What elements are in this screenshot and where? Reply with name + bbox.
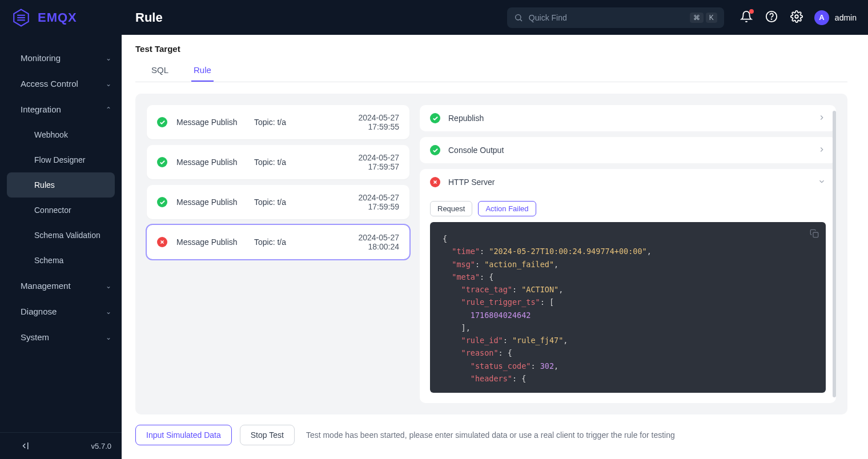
sidebar-item-label: Schema Validation <box>34 231 101 240</box>
kbd-k: K <box>706 13 717 23</box>
check-circle-icon <box>157 117 167 127</box>
sidebar-item-schema-validation[interactable]: Schema Validation <box>0 223 122 248</box>
input-simulated-data-button[interactable]: Input Simulated Data <box>135 425 232 445</box>
collapse-sidebar-icon[interactable] <box>21 441 31 451</box>
sidebar-item-management[interactable]: Management⌄ <box>0 273 122 299</box>
event-topic: Topic: t/a <box>254 198 317 207</box>
tab-sql[interactable]: SQL <box>149 59 171 82</box>
action-row-console-output[interactable]: Console Output <box>420 137 836 163</box>
user-menu[interactable]: A admin <box>814 10 857 25</box>
check-circle-icon <box>430 145 440 155</box>
search-input[interactable] <box>529 13 684 22</box>
detail-tab-request[interactable]: Request <box>430 201 472 216</box>
sidebar-item-label: Management <box>21 281 71 291</box>
chevron-down-icon: ⌄ <box>106 54 111 62</box>
events-panel: Message PublishTopic: t/a2024-05-27 17:5… <box>147 105 409 403</box>
scrollbar[interactable] <box>833 111 836 397</box>
sidebar-item-label: Rules <box>34 180 55 190</box>
chevron-right-icon <box>818 146 826 155</box>
event-row[interactable]: Message PublishTopic: t/a2024-05-27 18:0… <box>147 225 409 259</box>
kbd-cmd: ⌘ <box>690 13 704 23</box>
sidebar-item-schema[interactable]: Schema <box>0 248 122 273</box>
sidebar-item-label: Schema <box>34 256 63 265</box>
sidebar-item-label: Flow Designer <box>34 155 85 164</box>
stop-test-button[interactable]: Stop Test <box>240 425 295 445</box>
actions-panel: RepublishConsole OutputHTTP ServerReques… <box>420 105 836 403</box>
sidebar-item-webhook[interactable]: Webhook <box>0 122 122 147</box>
version-label: v5.7.0 <box>91 442 111 450</box>
event-topic: Topic: t/a <box>254 158 317 167</box>
sidebar-item-system[interactable]: System⌄ <box>0 324 122 350</box>
event-time: 2024-05-27 17:59:57 <box>326 153 399 171</box>
event-topic: Topic: t/a <box>254 118 317 127</box>
search-shortcut: ⌘ K <box>690 13 717 23</box>
svg-line-5 <box>520 19 522 21</box>
section-title: Test Target <box>135 42 847 59</box>
sidebar-item-connector[interactable]: Connector <box>0 198 122 223</box>
svg-rect-14 <box>813 232 818 237</box>
sidebar-item-label: Connector <box>34 206 71 215</box>
brand-logo-icon <box>11 8 31 27</box>
footer-bar: Input Simulated Data Stop Test Test mode… <box>135 414 847 445</box>
chevron-down-icon: ⌄ <box>106 308 111 316</box>
sidebar-item-label: Webhook <box>34 130 68 139</box>
event-time: 2024-05-27 18:00:24 <box>326 233 399 251</box>
svg-point-7 <box>771 19 771 19</box>
sidebar-item-rules[interactable]: Rules <box>7 172 115 198</box>
notifications-icon[interactable] <box>740 10 753 25</box>
sidebar-item-label: Access Control <box>21 79 78 88</box>
sidebar-item-diagnose[interactable]: Diagnose⌄ <box>0 299 122 324</box>
sidebar-item-integration[interactable]: Integration⌃ <box>0 96 122 122</box>
chevron-down-icon: ⌄ <box>106 333 111 341</box>
header: EMQX Rule ⌘ K A admin <box>0 0 868 35</box>
x-circle-icon <box>157 237 167 247</box>
sidebar-footer: v5.7.0 <box>0 432 122 459</box>
username: admin <box>835 13 857 22</box>
logo-area[interactable]: EMQX <box>11 8 122 27</box>
sidebar-item-label: System <box>21 332 49 342</box>
sidebar-item-access-control[interactable]: Access Control⌄ <box>0 71 122 96</box>
chevron-up-icon: ⌃ <box>106 106 111 114</box>
code-block[interactable]: { "time": "2024-05-27T10:00:24.949774+00… <box>430 222 826 393</box>
action-name: HTTP Server <box>448 178 810 187</box>
event-name: Message Publish <box>176 158 245 167</box>
sidebar-item-monitoring[interactable]: Monitoring⌄ <box>0 45 122 71</box>
event-time: 2024-05-27 17:59:59 <box>326 193 399 211</box>
quick-find-search[interactable]: ⌘ K <box>507 7 724 28</box>
sidebar-item-label: Integration <box>21 104 61 114</box>
detail-tabs: RequestAction Failed <box>420 195 836 222</box>
settings-icon[interactable] <box>790 10 803 25</box>
action-name: Republish <box>448 114 810 123</box>
event-row[interactable]: Message PublishTopic: t/a2024-05-27 17:5… <box>147 105 409 139</box>
action-row-republish[interactable]: Republish <box>420 105 836 131</box>
event-row[interactable]: Message PublishTopic: t/a2024-05-27 17:5… <box>147 145 409 179</box>
notification-dot <box>749 9 754 14</box>
chevron-down-icon <box>818 178 826 187</box>
test-target-tabs: SQL Rule <box>135 59 847 82</box>
action-name: Console Output <box>448 146 810 155</box>
tab-rule[interactable]: Rule <box>191 59 214 82</box>
panels-area: Message PublishTopic: t/a2024-05-27 17:5… <box>135 94 847 414</box>
check-circle-icon <box>157 197 167 207</box>
action-detail-panel: RequestAction Failed{ "time": "2024-05-2… <box>420 195 836 403</box>
sidebar: Monitoring⌄Access Control⌄Integration⌃We… <box>0 35 122 459</box>
svg-point-8 <box>795 15 798 18</box>
brand-name: EMQX <box>38 10 77 25</box>
event-topic: Topic: t/a <box>254 237 317 247</box>
sidebar-item-flow-designer[interactable]: Flow Designer <box>0 147 122 172</box>
x-circle-icon <box>430 177 440 187</box>
footer-hint: Test mode has been started, please enter… <box>306 430 675 440</box>
event-row[interactable]: Message PublishTopic: t/a2024-05-27 17:5… <box>147 185 409 219</box>
search-icon <box>514 13 523 22</box>
chevron-down-icon: ⌄ <box>106 80 111 88</box>
copy-icon[interactable] <box>810 229 819 241</box>
event-time: 2024-05-27 17:59:55 <box>326 113 399 131</box>
svg-point-4 <box>516 14 521 19</box>
check-circle-icon <box>430 113 440 123</box>
avatar: A <box>814 10 829 25</box>
event-name: Message Publish <box>176 118 245 127</box>
detail-tab-action-failed[interactable]: Action Failed <box>478 201 536 216</box>
sidebar-item-label: Diagnose <box>21 307 57 316</box>
action-row-http-server[interactable]: HTTP Server <box>420 169 836 195</box>
help-icon[interactable] <box>765 10 778 25</box>
